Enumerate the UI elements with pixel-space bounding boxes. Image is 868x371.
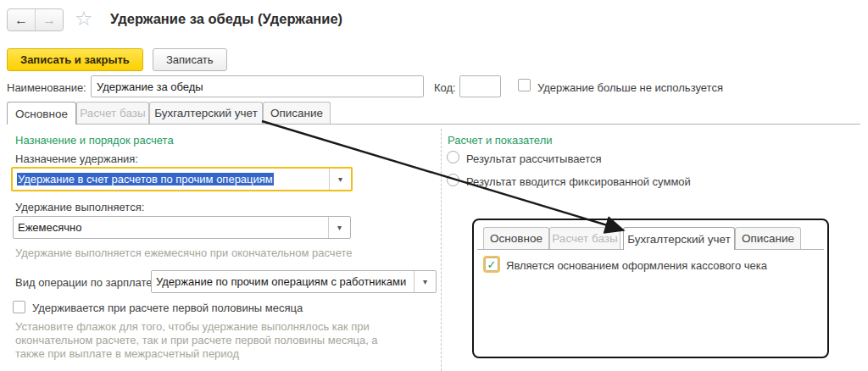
schedule-select[interactable]: Ежемесячно ▾	[13, 216, 351, 239]
inset-tab-description[interactable]: Описание	[735, 227, 801, 249]
tab-description[interactable]: Описание	[263, 102, 331, 124]
chevron-down-icon[interactable]: ▾	[328, 217, 350, 238]
inset-tab-accounting-label: Бухгалтерский учет	[627, 233, 731, 246]
back-button[interactable]: ←	[8, 9, 36, 30]
accounting-tab-callout: Основное Расчет базы Бухгалтерский учет …	[472, 219, 829, 358]
deduction-form-window: ← → ☆ Удержание за обеды (Удержание) Зап…	[0, 0, 868, 371]
history-nav: ← →	[7, 8, 64, 31]
purpose-label: Назначение удержания:	[15, 152, 138, 165]
schedule-select-value: Ежемесячно	[14, 221, 328, 234]
operation-select-value: Удержание по прочим операциям с работник…	[152, 275, 414, 288]
tab-main-label: Основное	[15, 108, 68, 120]
arrow-right-icon: →	[42, 13, 56, 28]
radio-result-calculated-label: Результат рассчитывается	[466, 152, 602, 165]
favorites-star-icon[interactable]: ☆	[75, 7, 93, 30]
inset-tab-accounting[interactable]: Бухгалтерский учет	[623, 227, 735, 250]
unused-checkbox[interactable]	[518, 79, 531, 91]
tab-accounting-label: Бухгалтерский учет	[154, 107, 258, 119]
inset-tab-calc-base[interactable]: Расчет базы	[549, 227, 620, 249]
unused-checkbox-label: Удержание больше не используется	[537, 81, 723, 94]
receipt-basis-checkbox-label: Является основанием оформления кассового…	[506, 259, 767, 272]
name-input[interactable]	[91, 75, 424, 97]
radio-result-fixed-label: Результат вводится фиксированной суммой	[466, 175, 691, 188]
save-button[interactable]: Записать	[153, 48, 227, 71]
tab-accounting[interactable]: Бухгалтерский учет	[149, 102, 263, 124]
operation-label: Вид операции по зарплате:	[15, 276, 155, 289]
operation-select[interactable]: Удержание по прочим операциям с работник…	[151, 270, 437, 293]
purpose-group-title: Назначение и порядок расчета	[15, 134, 174, 147]
tab-calc-base[interactable]: Расчет базы	[76, 102, 149, 124]
tab-main[interactable]: Основное	[7, 102, 76, 125]
radio-result-fixed[interactable]	[447, 174, 459, 186]
receipt-basis-checkbox[interactable]: ✓	[485, 257, 498, 271]
inset-tab-main-label: Основное	[490, 232, 542, 245]
schedule-hint: Удержание выполняется ежемесячно при око…	[15, 246, 405, 260]
schedule-label: Удержание выполняется:	[15, 201, 144, 213]
code-input[interactable]	[459, 75, 501, 97]
half-month-checkbox-label: Удерживается при расчете первой половины…	[32, 302, 303, 314]
inset-tab-calc-base-label: Расчет базы	[552, 232, 617, 245]
tab-calc-base-label: Расчет базы	[80, 107, 145, 119]
tab-description-label: Описание	[270, 107, 323, 119]
inset-tab-main[interactable]: Основное	[483, 227, 549, 249]
save-and-close-button[interactable]: Записать и закрыть	[7, 48, 143, 71]
code-label: Код:	[434, 81, 456, 94]
purpose-select[interactable]: Удержание в счет расчетов по прочим опер…	[11, 167, 353, 191]
half-month-checkbox[interactable]	[13, 301, 25, 313]
purpose-select-value: Удержание в счет расчетов по прочим опер…	[17, 173, 274, 186]
tab-strip-divider	[7, 124, 860, 125]
name-label: Наименование:	[7, 81, 86, 94]
chevron-down-icon[interactable]: ▾	[414, 271, 436, 292]
panel-separator	[441, 129, 442, 371]
check-icon: ✓	[487, 258, 497, 271]
inset-tab-description-label: Описание	[742, 232, 794, 245]
calc-group-title: Расчет и показатели	[448, 134, 553, 147]
arrow-left-icon: ←	[14, 13, 28, 28]
page-title: Удержание за обеды (Удержание)	[110, 11, 342, 27]
chevron-down-icon[interactable]: ▾	[329, 169, 351, 190]
half-month-hint: Установите флажок для того, чтобы удержа…	[15, 320, 395, 361]
forward-button[interactable]: →	[36, 9, 63, 30]
radio-result-calculated[interactable]	[447, 151, 459, 163]
